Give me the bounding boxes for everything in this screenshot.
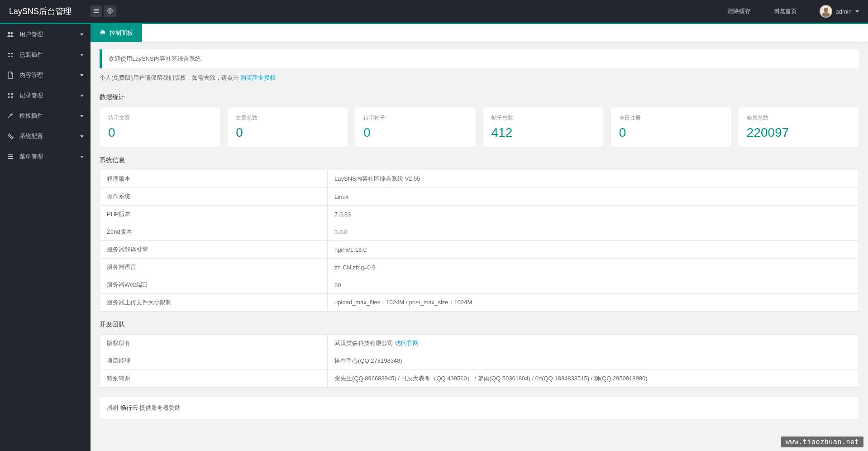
sponsor-panel: 感谢 畅行云 提供服务器赞助 <box>100 397 859 419</box>
stat-label: 今日注册 <box>619 114 723 122</box>
svg-rect-9 <box>8 96 10 98</box>
svg-rect-10 <box>11 96 13 98</box>
svg-rect-8 <box>11 93 13 95</box>
table-row: 项目经理 捧在手心(QQ 278198348) <box>100 352 859 370</box>
table-row: 版权所有 武汉类森科技有限公司 访问官网 <box>100 335 859 352</box>
table-row: 程序版本LaySNS内容社区综合系统 V2.55 <box>100 170 859 188</box>
sysinfo-value: 3.0.0 <box>328 223 859 241</box>
header-right: 清除缓存 浏览首页 admin <box>727 5 868 18</box>
sidebar-item-plugins[interactable]: 已装插件 <box>0 44 91 65</box>
svg-rect-7 <box>8 93 10 95</box>
tab-dashboard[interactable]: 控制面板 <box>91 24 142 42</box>
team-label: 项目经理 <box>100 352 328 370</box>
chevron-down-icon <box>80 115 84 117</box>
stat-label: 帖子总数 <box>491 114 595 122</box>
svg-point-11 <box>9 134 10 136</box>
stat-label: 待审文章 <box>108 114 212 122</box>
team-value: 张先生(QQ 896683945) / 日辰大表哥（QQ 439560） / 梦… <box>328 370 859 388</box>
browse-home-link[interactable]: 浏览首页 <box>773 7 797 15</box>
sponsor-prefix: 感谢 <box>107 404 120 411</box>
stat-value: 0 <box>363 125 467 140</box>
sysinfo-value: LaySNS内容社区综合系统 V2.55 <box>328 170 859 188</box>
grid-icon <box>7 92 14 99</box>
sidebar-toggle-button[interactable] <box>91 5 102 17</box>
team-label: 版权所有 <box>100 335 328 352</box>
sidebar-item-system[interactable]: 系统配置 <box>0 126 91 146</box>
sidebar-item-label: 内容管理 <box>19 71 80 79</box>
chevron-down-icon <box>80 95 84 97</box>
stat-value: 0 <box>236 125 339 140</box>
sidebar-item-label: 模板插件 <box>19 112 80 120</box>
sysinfo-label: 操作系统 <box>100 188 328 206</box>
team-label: 特别鸣谢 <box>100 370 328 388</box>
sysinfo-label: 服务器解译引擎 <box>100 241 328 259</box>
content-area: 欢迎使用LaySNS内容社区综合系统 个人(免费版)用户请保留我们版权；如需去除… <box>91 43 868 426</box>
main-area: 控制面板 欢迎使用LaySNS内容社区综合系统 个人(免费版)用户请保留我们版权… <box>91 24 868 451</box>
table-row: 服务器Web端口80 <box>100 276 859 294</box>
welcome-text: 欢迎使用LaySNS内容社区综合系统 <box>109 55 201 62</box>
wrench-icon <box>7 112 14 120</box>
refresh-button[interactable] <box>104 5 116 17</box>
sidebar-item-users[interactable]: 用户管理 <box>0 24 91 44</box>
sysinfo-label: PHP版本 <box>100 206 328 223</box>
stats-row: 待审文章 0 文章总数 0 待审帖子 0 帖子总数 412 今日注册 0 会员总… <box>100 107 859 147</box>
accent-divider <box>0 23 868 24</box>
stat-card[interactable]: 文章总数 0 <box>227 107 348 147</box>
cogs-icon <box>7 133 14 140</box>
chevron-down-icon <box>855 10 859 13</box>
sponsor-name: 畅行云 <box>120 404 138 411</box>
stat-card[interactable]: 今日注册 0 <box>610 107 731 147</box>
stat-card[interactable]: 帖子总数 412 <box>483 107 604 147</box>
section-title-team: 开发团队 <box>100 321 859 329</box>
menu-icon <box>7 153 14 160</box>
chevron-down-icon <box>80 54 84 56</box>
stat-value: 0 <box>619 125 723 140</box>
globe-icon <box>107 8 113 15</box>
stat-label: 会员总数 <box>747 114 850 122</box>
license-prefix: 个人(免费版)用户请保留我们版权；如需去除，请点击 <box>100 74 240 81</box>
sysinfo-label: Zend版本 <box>100 223 328 241</box>
svg-rect-3 <box>8 53 10 54</box>
section-title-stats: 数据统计 <box>100 93 859 101</box>
file-icon <box>7 72 14 79</box>
sysinfo-table: 程序版本LaySNS内容社区综合系统 V2.55 操作系统Linux PHP版本… <box>100 170 859 312</box>
sysinfo-value: nginx/1.18.0 <box>328 241 859 259</box>
sponsor-suffix: 提供服务器赞助 <box>138 404 181 411</box>
sidebar-item-content[interactable]: 内容管理 <box>0 65 91 85</box>
sysinfo-label: 程序版本 <box>100 170 328 188</box>
sidebar-item-label: 菜单管理 <box>19 153 80 161</box>
svg-rect-5 <box>8 56 10 57</box>
avatar <box>820 5 832 18</box>
plugin-icon <box>7 51 14 58</box>
svg-point-2 <box>11 32 13 34</box>
sysinfo-value: 7.0.33 <box>328 206 859 223</box>
table-row: 操作系统Linux <box>100 188 859 206</box>
user-menu[interactable]: admin <box>820 5 859 18</box>
stat-card[interactable]: 会员总数 220097 <box>738 107 859 147</box>
sidebar-item-records[interactable]: 记录管理 <box>0 85 91 106</box>
svg-rect-13 <box>100 33 105 34</box>
users-icon <box>7 31 14 38</box>
header-left-buttons <box>91 5 116 17</box>
stat-label: 文章总数 <box>236 114 339 122</box>
chevron-down-icon <box>80 156 84 158</box>
sidebar-item-templates[interactable]: 模板插件 <box>0 106 91 126</box>
sysinfo-label: 服务器Web端口 <box>100 276 328 294</box>
sidebar-item-menus[interactable]: 菜单管理 <box>0 146 91 167</box>
sysinfo-value: 80 <box>328 276 859 294</box>
svg-rect-6 <box>11 56 13 57</box>
team-value: 捧在手心(QQ 278198348) <box>328 352 859 370</box>
visit-official-link[interactable]: 访问官网 <box>395 340 419 346</box>
stat-card[interactable]: 待审文章 0 <box>100 107 220 147</box>
stat-card[interactable]: 待审帖子 0 <box>355 107 476 147</box>
clear-cache-link[interactable]: 清除缓存 <box>727 7 751 15</box>
sysinfo-label: 服务器上传文件大小限制 <box>100 294 328 312</box>
sysinfo-label: 服务器语言 <box>100 259 328 276</box>
license-note: 个人(免费版)用户请保留我们版权；如需去除，请点击 购买商业授权 <box>100 68 859 84</box>
app-logo: LaySNS后台管理 <box>0 0 91 23</box>
sidebar-item-label: 用户管理 <box>19 30 80 38</box>
sidebar: 用户管理 已装插件 内容管理 记录管理 模板插件 系统配置 菜单管理 <box>0 24 91 451</box>
svg-rect-4 <box>11 53 13 54</box>
table-row: Zend版本3.0.0 <box>100 223 859 241</box>
buy-license-link[interactable]: 购买商业授权 <box>240 74 276 81</box>
